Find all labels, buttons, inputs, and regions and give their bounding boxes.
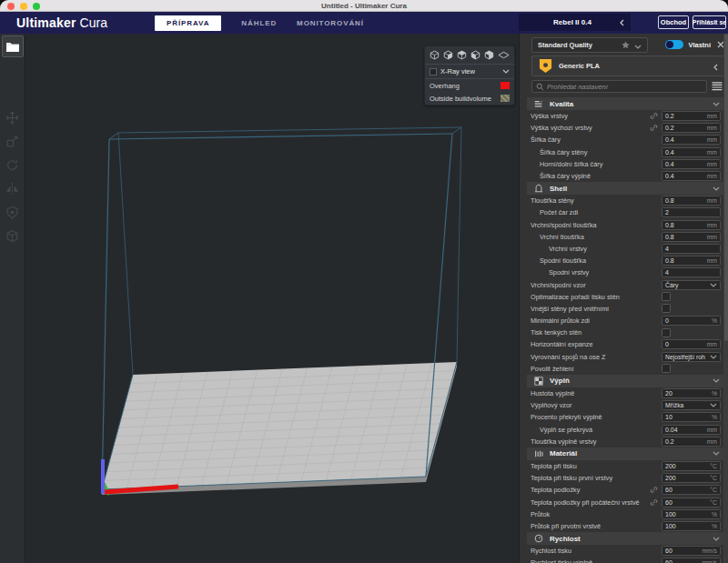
sign-in-button[interactable]: Přihlásit se bbox=[693, 15, 726, 29]
close-window-button[interactable] bbox=[7, 3, 15, 10]
setting-label: Teplota podložky při počáteční vrstvě bbox=[531, 498, 650, 507]
setting-value-input[interactable]: 200°C bbox=[662, 461, 721, 471]
setting-value: 0 bbox=[665, 341, 707, 347]
infill-icon bbox=[533, 377, 543, 386]
setting-value-input[interactable]: 0.8mm bbox=[662, 220, 721, 230]
setting-value-input[interactable]: 60mm/s bbox=[662, 546, 721, 556]
setting-value-input[interactable]: 0.4mm bbox=[662, 147, 721, 157]
setting-unit: % bbox=[712, 390, 717, 397]
setting-checkbox[interactable] bbox=[662, 328, 671, 337]
setting-value-input[interactable]: 0.4mm bbox=[662, 171, 721, 181]
setting-value-input[interactable]: 200°C bbox=[662, 473, 721, 483]
section-header-infill[interactable]: Výplň bbox=[527, 375, 726, 387]
view-3d-icon[interactable] bbox=[430, 50, 440, 60]
setting-value-input[interactable]: 0.2mm bbox=[662, 437, 721, 447]
material-selector[interactable]: Generic PLA bbox=[531, 55, 725, 76]
setting-label: Rychlost tisku výplně bbox=[531, 558, 662, 563]
per-model-settings-tool-button[interactable] bbox=[1, 200, 25, 224]
settings-visibility-menu-icon[interactable] bbox=[712, 82, 723, 91]
setting-value-input[interactable]: 0.4mm bbox=[662, 135, 721, 145]
setting-value-input[interactable]: 0.4mm bbox=[662, 159, 721, 169]
setting-value-input[interactable]: 0% bbox=[662, 316, 721, 326]
setting-select[interactable]: Mřížka bbox=[662, 400, 721, 410]
setting-checkbox[interactable] bbox=[662, 304, 671, 313]
setting-value: 0.2 bbox=[665, 113, 707, 119]
setting-value-input[interactable]: 4 bbox=[662, 244, 721, 254]
printer-selector[interactable]: Rebel II 0.4 bbox=[519, 14, 631, 31]
marketplace-button[interactable]: Obchod bbox=[658, 15, 689, 29]
setting-value-input[interactable]: 100% bbox=[662, 509, 721, 519]
setting-value-input[interactable]: 10% bbox=[662, 412, 721, 422]
stage-tab-1[interactable]: NÁHLED bbox=[241, 19, 277, 27]
custom-settings-toggle[interactable] bbox=[665, 40, 683, 49]
view-right-icon[interactable] bbox=[484, 50, 494, 60]
star-icon[interactable] bbox=[622, 36, 630, 53]
settings-search bbox=[531, 80, 707, 93]
panel-scrollbar[interactable] bbox=[723, 34, 728, 563]
setting-value-input[interactable]: 0mm bbox=[662, 339, 721, 349]
setting-select[interactable]: Nejostřejší roh bbox=[662, 352, 721, 362]
setting-unit: mm bbox=[707, 125, 717, 131]
setting-unit: mm bbox=[707, 222, 717, 228]
scale-tool-button[interactable] bbox=[1, 129, 25, 153]
section-header-speed[interactable]: Rychlost bbox=[527, 532, 726, 545]
setting-value-input[interactable]: 0.04mm bbox=[662, 425, 721, 435]
setting-value-input[interactable]: 0.2mm bbox=[662, 123, 721, 133]
setting-value-input[interactable]: 0.8mm bbox=[662, 196, 721, 206]
profile-dropdown[interactable]: Standard Quality bbox=[531, 37, 648, 53]
setting-unit: mm/s bbox=[702, 559, 717, 563]
profile-name: Standard Quality bbox=[538, 41, 617, 49]
setting-checkbox[interactable] bbox=[662, 292, 671, 301]
setting-value-input[interactable]: 0.8mm bbox=[662, 256, 721, 266]
setting-label: Vyrovnání spojů na ose Z bbox=[531, 353, 662, 361]
setting-unit: mm bbox=[707, 136, 717, 143]
setting-label: Výplň se překrývá bbox=[531, 426, 662, 434]
setting-select[interactable]: Čáry bbox=[662, 280, 721, 290]
section-header-quality[interactable]: Kvalita bbox=[527, 97, 726, 110]
section-header-shell[interactable]: Shell bbox=[527, 182, 726, 195]
setting-unit: mm bbox=[707, 234, 717, 240]
setting-row: Procento překrytí výplně10% bbox=[520, 411, 728, 423]
setting-value-input[interactable]: 100% bbox=[662, 521, 721, 531]
setting-value-input[interactable]: 60°C bbox=[662, 498, 721, 508]
setting-label: Spodní vrstvy bbox=[531, 268, 662, 276]
setting-value-input[interactable]: 20% bbox=[662, 388, 721, 398]
setting-checkbox[interactable] bbox=[662, 364, 671, 373]
stage-tab-2[interactable]: MONITOROVÁNÍ bbox=[297, 19, 364, 27]
setting-label: Průtok bbox=[531, 510, 662, 518]
section-header-material[interactable]: Materiál bbox=[527, 447, 726, 460]
chevron-down-icon bbox=[713, 378, 720, 383]
chevron-left-icon bbox=[713, 58, 718, 75]
setting-row: Tloušťka výplně vrstvy0.2mm bbox=[520, 436, 728, 447]
setting-value-input[interactable]: 60°C bbox=[662, 485, 721, 495]
view-top-icon[interactable] bbox=[457, 50, 467, 60]
render-mode-dropdown[interactable]: X-Ray view bbox=[425, 64, 514, 79]
setting-value-input[interactable]: 0.2mm bbox=[662, 111, 721, 121]
material-name: Generic PLA bbox=[559, 62, 707, 70]
setting-row: Počet čar zdi2 bbox=[520, 206, 728, 218]
mirror-tool-button[interactable] bbox=[1, 176, 25, 200]
link-icon bbox=[650, 498, 658, 507]
setting-unit: °C bbox=[710, 475, 717, 481]
setting-label: Vrchní vrstvy bbox=[531, 245, 662, 253]
setting-value-input[interactable]: 2 bbox=[662, 207, 721, 217]
setting-value: 100 bbox=[665, 511, 712, 518]
setting-row: Výplň se překrývá0.04mm bbox=[520, 424, 728, 436]
minimize-window-button[interactable] bbox=[20, 3, 27, 10]
stage-tab-0[interactable]: PŘÍPRAVA bbox=[155, 15, 221, 31]
panel-scrollbar-thumb[interactable] bbox=[724, 34, 728, 341]
view-isometric-icon[interactable] bbox=[498, 51, 510, 59]
setting-value-input[interactable]: 4 bbox=[662, 267, 721, 277]
rotate-tool-button[interactable] bbox=[1, 153, 25, 176]
setting-value-input[interactable]: 60mm/s bbox=[662, 558, 721, 563]
open-file-button[interactable] bbox=[2, 35, 24, 57]
zoom-window-button[interactable] bbox=[33, 3, 40, 10]
view-front-icon[interactable] bbox=[443, 50, 453, 60]
printer-name: Rebel II 0.4 bbox=[525, 18, 620, 26]
setting-value-input[interactable]: 0.8mm bbox=[662, 232, 721, 242]
settings-search-input[interactable] bbox=[547, 83, 703, 91]
view-left-icon[interactable] bbox=[470, 50, 480, 60]
3d-viewport[interactable]: X-Ray view OverhangOutside buildvolume bbox=[25, 34, 519, 563]
move-tool-button[interactable] bbox=[1, 106, 25, 129]
support-blocker-tool-button[interactable] bbox=[1, 224, 25, 247]
